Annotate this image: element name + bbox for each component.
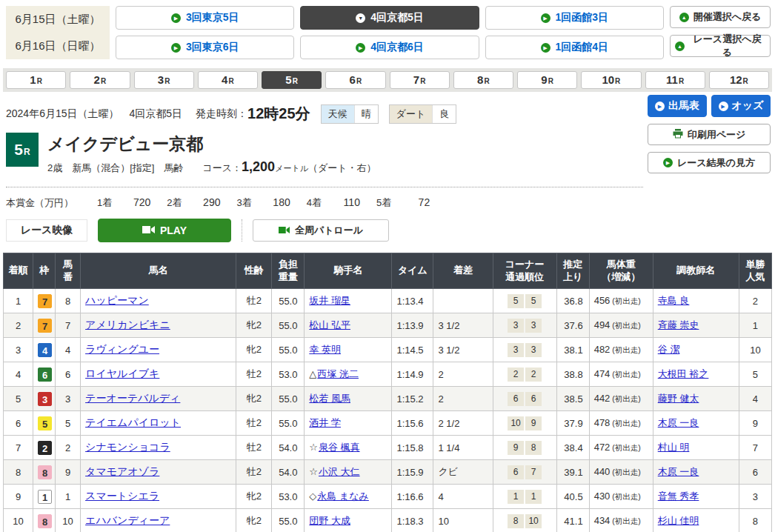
race-tab-1r[interactable]: 1R (6, 71, 66, 89)
vertical-divider (242, 219, 242, 242)
horse-name-link[interactable]: テーオーテバルディ (85, 392, 180, 404)
jockey-name-link[interactable]: 幸 英明 (309, 344, 341, 355)
jockey-name-link[interactable]: 松山 弘平 (309, 319, 350, 330)
race-number-suffix: R (24, 147, 30, 157)
race-tab-suffix: R (164, 77, 170, 85)
corner-positions: 11 (493, 485, 556, 509)
horse-name-link[interactable]: エハバンディーア (85, 514, 170, 526)
column-header: 負担重量 (272, 253, 305, 289)
trainer-name-link[interactable]: 斉藤 崇史 (658, 319, 699, 330)
jockey-name-link[interactable]: 坂井 瑠星 (309, 295, 350, 306)
back-to-race-select-button[interactable]: レース選択へ戻る (670, 35, 771, 57)
trainer-name-link[interactable]: 寺島 良 (658, 295, 690, 306)
jockey-name-link[interactable]: 西塚 洸二 (317, 368, 359, 379)
race-tab-11r[interactable]: 11R (645, 71, 705, 89)
print-page-button[interactable]: 印刷用ページ (648, 124, 771, 145)
entry-table-button[interactable]: 出馬表 (648, 95, 707, 117)
estimated-last-3f: 36.8 (556, 289, 589, 313)
race-tab-2r[interactable]: 2R (70, 71, 130, 89)
horse-name-link[interactable]: アメリカンビキニ (85, 319, 170, 330)
arrow-right-icon (655, 102, 665, 111)
corner-positions: 109 (493, 411, 556, 436)
race-tab-number: 11 (666, 73, 678, 86)
trainer-name-link[interactable]: 木原 一良 (658, 466, 699, 477)
race-tab-9r[interactable]: 9R (517, 71, 577, 89)
venue-button-r2-c1[interactable]: 3回東京6日 (116, 36, 294, 59)
frame-badge: 4 (38, 343, 52, 357)
corner-positions: 33 (493, 338, 556, 362)
race-tab-bar: 1R2R3R4R5R6R7R8R9R10R11R12R (3, 68, 772, 92)
venue-button-r1-c3[interactable]: 1回函館3日 (485, 6, 664, 30)
trainer-name-link[interactable]: 木原 一良 (658, 417, 699, 428)
horse-name-link[interactable]: ラヴィングユー (85, 343, 159, 355)
race-tab-3r[interactable]: 3R (134, 71, 194, 89)
corner-position-chip: 7 (525, 465, 542, 479)
race-tab-suffix: R (615, 77, 620, 85)
race-tab-suffix: R (228, 77, 233, 85)
horse-name-link[interactable]: スマートシエラ (85, 490, 159, 502)
trainer-name-link[interactable]: 大根田 裕之 (658, 368, 709, 379)
jockey-name-link[interactable]: 泉谷 楓真 (319, 442, 360, 453)
horse-name-link[interactable]: テイエムパイロット (85, 416, 181, 428)
back-button-label: レース選択へ戻る (689, 33, 765, 59)
horse-weight-note: (初出走) (612, 345, 641, 354)
estimated-last-3f: 40.5 (556, 485, 589, 509)
race-tab-12r[interactable]: 12R (709, 71, 769, 89)
race-conditions-line: 2歳 新馬（混合）[指定] 馬齢 コース：1,200メートル（ダート・右） (47, 159, 376, 175)
result-row: 655テイエムパイロット牡255.0酒井 学1:15.62 1/210937.9… (4, 411, 772, 436)
jockey-name-link[interactable]: 松若 風馬 (309, 393, 350, 404)
trainer-name-link[interactable]: 村山 明 (658, 442, 690, 453)
horse-number: 5 (56, 411, 81, 436)
jockey-name-link[interactable]: 団野 大成 (309, 515, 350, 526)
jockey-name-link[interactable]: 小沢 大仁 (319, 466, 360, 477)
estimated-last-3f: 37.6 (556, 313, 589, 338)
horse-weight-note: (初出走) (612, 296, 641, 305)
result-guide-button[interactable]: レース結果の見方 (648, 152, 771, 173)
jockey-name-link[interactable]: 酒井 学 (309, 417, 341, 428)
race-tab-suffix: R (484, 77, 489, 85)
column-header: 推定上り (556, 253, 589, 289)
race-tab-10r[interactable]: 10R (581, 71, 641, 89)
horse-name-link[interactable]: シナモンショコラ (85, 441, 170, 453)
frame-badge: 3 (38, 392, 52, 406)
column-header: 調教師名 (653, 253, 739, 289)
result-guide-label: レース結果の見方 (677, 156, 755, 170)
frame-cell: 5 (33, 411, 56, 436)
finish-time: 1:15.2 (392, 387, 433, 411)
course-unit: メートル (275, 164, 308, 173)
weather-chip: 天候晴 (321, 104, 379, 124)
race-tab-5r[interactable]: 5R (262, 71, 322, 89)
race-tab-4r[interactable]: 4R (198, 71, 258, 89)
horse-name-link[interactable]: タマモアオゾラ (85, 465, 159, 477)
trainer-name-link[interactable]: 音無 秀孝 (658, 491, 699, 502)
horse-name-cell: テーオーテバルディ (81, 387, 236, 411)
horse-name-link[interactable]: ハッピーマン (85, 294, 149, 306)
race-tab-suffix: R (420, 77, 425, 85)
trainer-name-link[interactable]: 谷 潔 (658, 344, 680, 355)
horse-name-link[interactable]: ロイヤルイブキ (85, 368, 159, 379)
jockey-name-link[interactable]: 永島 まなみ (317, 491, 369, 502)
venue-button-r2-c2[interactable]: 4回京都6日 (300, 36, 479, 59)
prize-place: 4着 (307, 196, 322, 210)
venue-button-r1-c1[interactable]: 3回東京5日 (116, 6, 294, 30)
date-label-sunday: 6月16日（日曜） (6, 33, 110, 59)
finish-time: 1:14.5 (392, 338, 433, 362)
jockey-cell: 幸 英明 (305, 338, 392, 362)
venue-button-r1-c2[interactable]: 4回京都5日 (300, 6, 479, 30)
frame-badge: 7 (38, 319, 52, 333)
race-tab-6r[interactable]: 6R (325, 71, 385, 89)
horse-number: 6 (56, 362, 81, 387)
odds-button[interactable]: オッズ (711, 95, 771, 117)
trainer-name-link[interactable]: 杉山 佳明 (658, 515, 699, 526)
play-button[interactable]: PLAY (98, 219, 231, 242)
back-to-meeting-select-button[interactable]: 開催選択へ戻る (670, 6, 771, 28)
apprentice-mark: △ (309, 368, 316, 379)
win-popularity: 1 (739, 313, 771, 338)
trainer-name-link[interactable]: 藤野 健太 (658, 393, 699, 404)
patrol-video-button[interactable]: 全周パトロール (253, 219, 389, 242)
race-tab-8r[interactable]: 8R (453, 71, 513, 89)
venue-button-r2-c3[interactable]: 1回函館4日 (485, 36, 664, 59)
horse-weight-note: (初出走) (612, 516, 641, 525)
race-tab-7r[interactable]: 7R (390, 71, 450, 89)
corner-position-chip: 6 (508, 465, 524, 479)
